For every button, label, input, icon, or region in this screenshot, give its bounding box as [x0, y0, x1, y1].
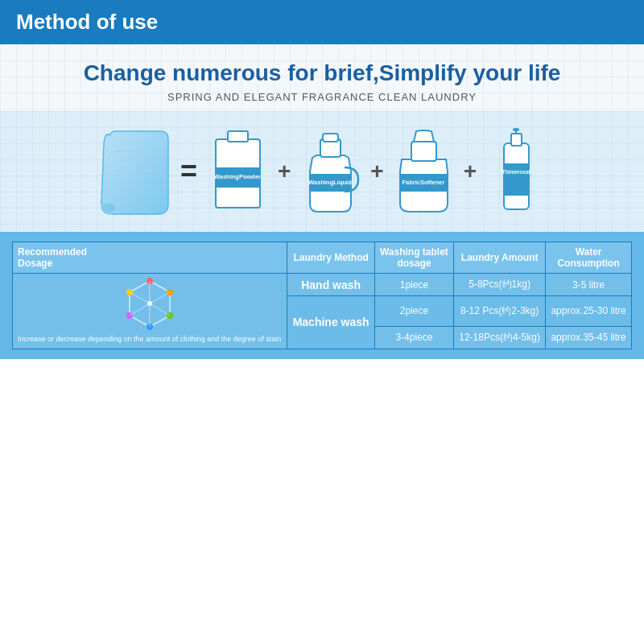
diagram-note: Increase or decrease depending on the am… [18, 335, 282, 345]
svg-point-18 [513, 128, 519, 131]
washing-liquid-item: WashingLiquid [300, 127, 361, 216]
svg-line-33 [130, 303, 150, 316]
sheet-icon [97, 127, 170, 216]
header-title: Method of use [16, 10, 158, 35]
washing-powder-icon: WashingPowder [208, 127, 268, 216]
machine-wash-water-2: approx.35-45 litre [546, 326, 632, 349]
plus-sign-1: + [278, 159, 291, 184]
hand-wash-label: Hand wash [287, 274, 374, 296]
laundry-sheet [97, 127, 170, 216]
machine-wash-amount-2: 12-18Pcs(约4-5kg) [454, 326, 546, 349]
machine-wash-label: Machine wash [287, 296, 374, 349]
svg-rect-16 [511, 134, 522, 146]
machine-wash-dosage-2: 3-4piece [374, 326, 453, 349]
plus-sign-2: + [370, 159, 383, 184]
machine-wash-dosage-1: 2piece [374, 296, 453, 327]
fabric-softener-item: FabricSoftener [394, 127, 454, 216]
svg-line-34 [130, 292, 150, 303]
washing-liquid-icon: WashingLiquid [300, 127, 361, 216]
dosage-table: RecommendedDosage Laundry Method Washing… [12, 242, 632, 349]
svg-text:Thimerosal: Thimerosal [502, 169, 530, 175]
plus-sign-3: + [464, 159, 477, 184]
col-header-amount: Laundry Amount [454, 242, 546, 274]
svg-rect-9 [323, 134, 338, 142]
hand-wash-dosage: 1piece [374, 274, 453, 296]
recommended-dosage-cell: Increase or decrease depending on the am… [13, 274, 287, 349]
svg-point-0 [102, 203, 115, 213]
svg-rect-19 [504, 163, 529, 196]
dosage-diagram [122, 278, 178, 330]
thimerosal-icon: Thimerosal [486, 127, 547, 216]
svg-text:WashingLiquid: WashingLiquid [309, 179, 353, 186]
thimerosal-item: Thimerosal [486, 127, 547, 216]
product-section: = WashingPowder + WashingLiquid [0, 111, 644, 232]
col-header-tablet: Washing tabletdosage [374, 242, 453, 274]
machine-wash-amount-1: 8-12 Pcs(约2-3kg) [454, 296, 546, 327]
svg-text:FabricSoftener: FabricSoftener [402, 179, 444, 186]
col-header-dosage: RecommendedDosage [13, 242, 287, 274]
svg-line-31 [150, 303, 170, 316]
washing-powder-item: WashingPowder [208, 127, 268, 216]
hero-section: Change numerous for brief,Simplify your … [0, 44, 644, 111]
hand-wash-water: 3-5 litre [546, 274, 632, 296]
hand-wash-amount: 5-8Pcs(约1kg) [454, 274, 546, 296]
svg-rect-12 [411, 142, 436, 161]
svg-rect-5 [228, 131, 248, 142]
equals-sign: = [180, 155, 197, 188]
svg-line-30 [150, 292, 170, 303]
machine-wash-water-1: approx.25-30 litre [546, 296, 632, 327]
dosage-table-section: RecommendedDosage Laundry Method Washing… [0, 232, 644, 359]
svg-text:WashingPowder: WashingPowder [214, 173, 261, 180]
main-tagline: Change numerous for brief,Simplify your … [16, 60, 628, 86]
fabric-softener-icon: FabricSoftener [394, 127, 454, 216]
table-row-hand-wash: Increase or decrease depending on the am… [13, 274, 632, 296]
col-header-method: Laundry Method [287, 242, 374, 274]
header: Method of use [0, 0, 644, 44]
sub-tagline: SPRING AND ELEGANT FRAGRANCE CLEAN LAUND… [16, 91, 628, 103]
col-header-water: WaterConsumption [546, 242, 632, 274]
